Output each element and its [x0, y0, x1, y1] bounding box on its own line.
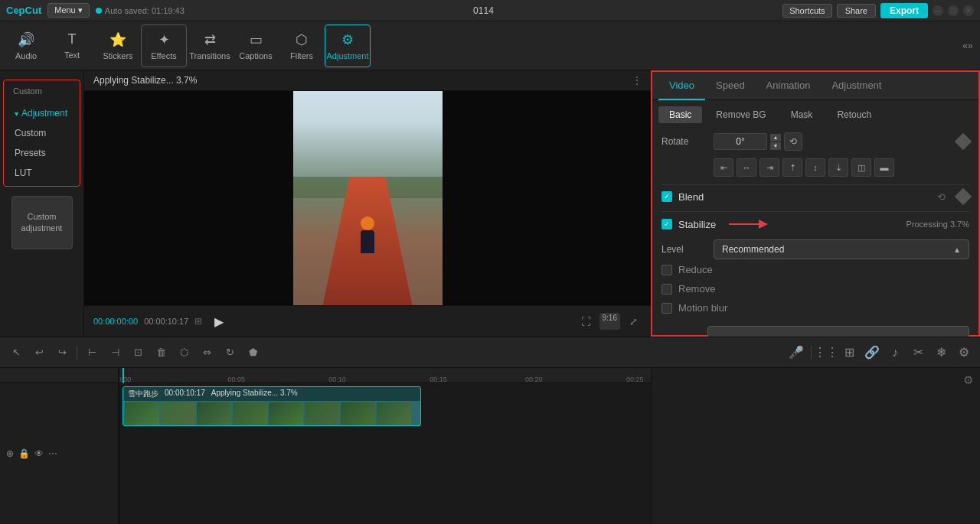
align-right2-icon[interactable]: ▬	[874, 158, 894, 177]
blend-checkbox[interactable]: ✓	[662, 191, 672, 202]
share-button[interactable]: Share	[837, 4, 876, 18]
export-button[interactable]: Export	[880, 3, 928, 18]
rotate-up-button[interactable]: ▲	[770, 134, 781, 142]
tl-delete-tool[interactable]: 🗑	[151, 343, 171, 363]
tl-crop-tool[interactable]: ⊡	[128, 343, 148, 363]
blend-reset-icon[interactable]: ⟲	[934, 190, 948, 203]
tl-ruler-spacer	[0, 368, 118, 383]
text-icon: T	[68, 31, 77, 47]
tl-track-more-icon[interactable]: ⋯	[48, 448, 57, 459]
rotate-reset-button[interactable]: ⟲	[784, 132, 802, 151]
tl-badge-tool[interactable]: ⬟	[243, 343, 263, 363]
tab-video[interactable]: Video	[658, 72, 705, 100]
tool-adjustment-label: Adjustment	[326, 51, 368, 60]
level-dropdown[interactable]: Recommended ▲	[714, 239, 969, 259]
minimize-button[interactable]: —	[933, 5, 943, 16]
tl-select-tool[interactable]: ↖	[6, 343, 26, 363]
rotate-input[interactable]	[714, 133, 767, 150]
tl-undo-tool[interactable]: ↩	[29, 343, 49, 363]
stickers-icon: ⭐	[109, 31, 126, 48]
tl-mic-tool[interactable]: 🎤	[786, 343, 806, 363]
tl-redo-tool[interactable]: ↪	[52, 343, 72, 363]
tl-track-add-icon[interactable]: ⊕	[6, 448, 14, 459]
captions-icon: ▭	[250, 31, 263, 48]
subtab-mask[interactable]: Mask	[780, 106, 824, 123]
video-frame	[293, 91, 443, 305]
custom-adjustment-tile[interactable]: Custom adjustment	[11, 196, 73, 249]
tl-split-tool[interactable]: ⊢	[82, 343, 102, 363]
fullscreen-icon[interactable]: ⛶	[578, 313, 595, 330]
subtab-basic[interactable]: Basic	[658, 106, 702, 123]
tl-audio-tool[interactable]: ♪	[885, 343, 905, 363]
maximize-button[interactable]: □	[948, 5, 959, 16]
tl-rotate2-tool[interactable]: ↻	[220, 343, 240, 363]
nav-item-lut[interactable]: LUT	[7, 163, 77, 183]
motion-blur-label: Motion blur	[678, 302, 727, 314]
tab-adjustment[interactable]: Adjustment	[821, 72, 892, 100]
tab-speed[interactable]: Speed	[705, 72, 756, 100]
video-canvas	[84, 91, 651, 305]
tool-transitions[interactable]: ⇄ Transitions	[187, 24, 233, 67]
tl-snap-tool[interactable]: ⋮⋮	[816, 343, 836, 363]
close-button[interactable]: ✕	[963, 5, 974, 16]
rotate-keyframe-button[interactable]	[955, 133, 972, 151]
expand-icon[interactable]: ⤢	[625, 313, 642, 330]
adjustment-icon: ⚙	[341, 31, 354, 48]
tool-transitions-label: Transitions	[189, 51, 230, 60]
tl-marker-tool[interactable]: ⊞	[839, 343, 859, 363]
tl-link-tool[interactable]: 🔗	[862, 343, 882, 363]
remove-checkbox[interactable]	[662, 284, 672, 295]
tl-right-panel: ⚙	[651, 368, 980, 524]
rotate-down-button[interactable]: ▼	[770, 142, 781, 150]
align-left-icon[interactable]: ⇤	[714, 158, 733, 177]
align-center-h-icon[interactable]: ↔	[737, 158, 756, 177]
tl-freeze-tool[interactable]: ❄	[931, 343, 951, 363]
tl-settings-tool[interactable]: ⚙	[954, 343, 974, 363]
tool-text[interactable]: T Text	[49, 24, 95, 67]
subtab-remove-bg[interactable]: Remove BG	[705, 106, 776, 123]
play-button[interactable]: ▶	[208, 311, 230, 332]
tool-filters[interactable]: ⬡ Filters	[279, 24, 325, 67]
tool-audio[interactable]: 🔊 Audio	[3, 24, 49, 67]
nav-item-custom[interactable]: Custom	[7, 123, 77, 143]
stabilize-row: ✓ Stabilize Processing 3.7%	[662, 216, 969, 232]
remove-label: Remove	[678, 283, 715, 295]
tl-right-settings-icon[interactable]: ⚙	[959, 371, 977, 389]
menu-button[interactable]: Menu ▾	[47, 3, 90, 18]
tool-adjustment[interactable]: ⚙ Adjustment	[325, 24, 371, 67]
tool-captions[interactable]: ▭ Captions	[233, 24, 279, 67]
align-top-icon[interactable]: ⇡	[782, 158, 802, 177]
tab-animation[interactable]: Animation	[756, 72, 822, 100]
reduce-checkbox[interactable]	[662, 265, 672, 275]
nav-item-adjustment[interactable]: ▾ Adjustment	[7, 103, 77, 123]
align-left2-icon[interactable]: ◫	[851, 158, 871, 177]
subtab-retouch[interactable]: Retouch	[826, 106, 882, 123]
right-panel: Video Speed Animation Adjustment Basic R…	[651, 70, 980, 337]
main-content: Custom ▾ Adjustment Custom Presets LUT C…	[0, 70, 980, 337]
left-panel-border: Custom ▾ Adjustment Custom Presets LUT	[3, 80, 80, 187]
align-right-icon[interactable]: ⇥	[760, 158, 779, 177]
align-center-v-icon[interactable]: ↕	[805, 158, 825, 177]
tool-stickers[interactable]: ⭐ Stickers	[95, 24, 141, 67]
tl-track-eye-icon[interactable]: 👁	[34, 448, 44, 459]
nav-item-presets[interactable]: Presets	[7, 143, 77, 163]
left-panel: Custom ▾ Adjustment Custom Presets LUT C…	[0, 70, 84, 337]
align-bottom-icon[interactable]: ⇣	[828, 158, 848, 177]
transitions-icon: ⇄	[204, 31, 216, 48]
toolbar-collapse-button[interactable]: «»	[959, 37, 977, 55]
tl-clip-main[interactable]: 雪中跑步 00:00:10:17 Applying Stabilize... 3…	[122, 386, 421, 426]
tl-trim-tool[interactable]: ⊣	[105, 343, 125, 363]
tl-split2-tool[interactable]: ✂	[908, 343, 928, 363]
video-options-button[interactable]: ⋮	[632, 75, 642, 86]
video-header: Applying Stabilize... 3.7% ⋮	[84, 70, 651, 91]
shortcuts-button[interactable]: Shortcuts	[782, 4, 831, 18]
tool-effects[interactable]: ✦ Effects	[141, 24, 187, 67]
tl-track-lock-icon[interactable]: 🔒	[18, 448, 30, 459]
timeline-grid-icon[interactable]: ⊞	[194, 316, 202, 327]
dropdown-item-recommended[interactable]: ✓ Recommended	[708, 327, 969, 337]
tl-mirror-tool[interactable]: ⇔	[197, 343, 217, 363]
stabilize-checkbox[interactable]: ✓	[662, 219, 672, 229]
blend-keyframe-button[interactable]	[955, 188, 972, 206]
tl-shape-tool[interactable]: ⬡	[174, 343, 194, 363]
motion-blur-checkbox[interactable]	[662, 303, 672, 314]
